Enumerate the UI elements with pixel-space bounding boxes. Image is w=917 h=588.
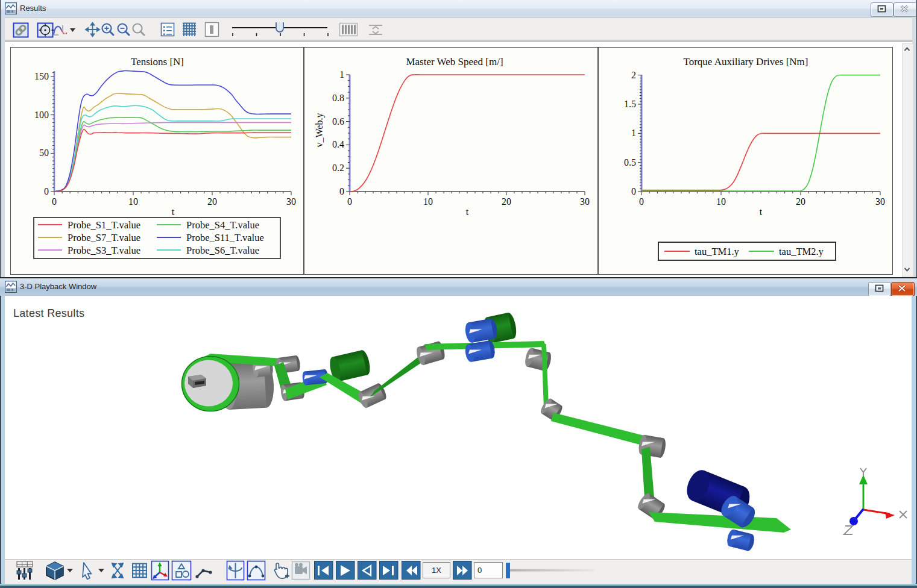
svg-text:0.8: 0.8	[332, 93, 344, 103]
svg-text:20: 20	[502, 196, 511, 207]
svg-text:0.2: 0.2	[332, 163, 344, 173]
svg-text:0.4: 0.4	[332, 139, 344, 149]
svg-text:0: 0	[477, 566, 482, 575]
svg-text:0: 0	[339, 186, 344, 196]
svg-text:Torque Auxiliary Drives [Nm]: Torque Auxiliary Drives [Nm]	[683, 56, 808, 67]
svg-text:0: 0	[44, 186, 49, 196]
svg-text:150: 150	[34, 71, 49, 81]
svg-text:50: 50	[39, 148, 49, 158]
svg-text:20: 20	[796, 196, 805, 207]
svg-text:Probe_S1_T.value: Probe_S1_T.value	[68, 219, 140, 231]
svg-text:0.5: 0.5	[624, 157, 636, 167]
svg-text:t: t	[466, 207, 469, 217]
svg-text:Probe_S3_T.value: Probe_S3_T.value	[68, 245, 140, 256]
svg-text:10: 10	[128, 196, 138, 207]
svg-text:1: 1	[631, 128, 636, 138]
svg-text:v_Web.y: v_Web.y	[314, 113, 325, 148]
svg-text:Master Web Speed [m/]: Master Web Speed [m/]	[406, 56, 503, 67]
svg-text:1X: 1X	[432, 566, 441, 575]
svg-text:Probe_S7_T.value: Probe_S7_T.value	[68, 232, 140, 243]
svg-text:Tensions [N]: Tensions [N]	[131, 56, 184, 67]
svg-text:tau_TM1.y: tau_TM1.y	[695, 246, 740, 257]
svg-text:10: 10	[423, 196, 433, 207]
svg-text:t: t	[760, 207, 763, 217]
svg-text:tau_TM2.y: tau_TM2.y	[779, 246, 824, 257]
svg-text:0: 0	[631, 186, 636, 196]
svg-text:20: 20	[207, 196, 217, 207]
svg-text:Probe_S11_T.value: Probe_S11_T.value	[186, 232, 264, 243]
svg-text:1.5: 1.5	[624, 99, 636, 109]
svg-text:t: t	[172, 207, 175, 217]
svg-text:100: 100	[34, 110, 49, 120]
svg-text:0.6: 0.6	[332, 116, 344, 127]
svg-text:30: 30	[286, 196, 296, 207]
svg-text:2: 2	[631, 70, 636, 80]
svg-text:30: 30	[580, 196, 590, 207]
svg-text:0: 0	[52, 196, 57, 207]
svg-text:1: 1	[339, 69, 344, 80]
svg-text:0: 0	[639, 196, 644, 207]
svg-text:30: 30	[875, 196, 885, 207]
svg-text:10: 10	[716, 196, 726, 207]
svg-text:Probe_S6_T.value: Probe_S6_T.value	[186, 245, 259, 256]
svg-text:0: 0	[347, 196, 352, 207]
svg-text:Probe_S4_T.value: Probe_S4_T.value	[186, 219, 259, 231]
